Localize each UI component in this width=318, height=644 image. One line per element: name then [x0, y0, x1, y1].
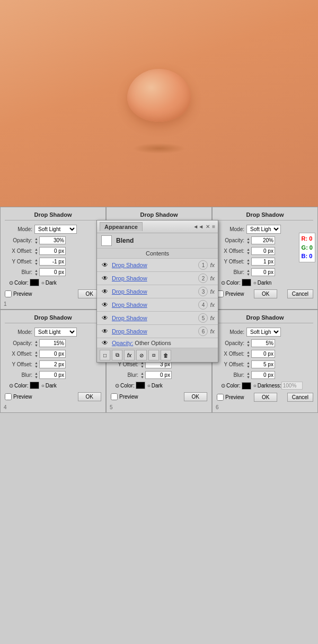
- y-offset-label-1: Y Offset:: [5, 259, 32, 264]
- color-radio-3[interactable]: ⊙: [221, 280, 225, 286]
- drop-shadow-link-4[interactable]: Drop Shadow: [112, 302, 196, 308]
- color-radio-6[interactable]: ⊙: [221, 383, 225, 389]
- opacity-input-6[interactable]: [251, 339, 275, 347]
- blur-input-6[interactable]: [251, 371, 275, 379]
- color-radio-5[interactable]: ⊙: [115, 383, 119, 389]
- blur-input-1[interactable]: [39, 268, 66, 276]
- badge-5: 5: [198, 313, 208, 323]
- color-swatch-5[interactable]: [136, 382, 145, 389]
- color-radio-1[interactable]: ⊙: [9, 280, 13, 286]
- rgb-display: R: 0 G: 0 B: 0: [299, 233, 315, 262]
- opacity-label-1: Opacity:: [5, 237, 32, 243]
- preview-checkbox-1[interactable]: [5, 290, 12, 297]
- duplicate-btn[interactable]: ⧉: [112, 350, 122, 360]
- blur-input-5[interactable]: [145, 371, 172, 379]
- visibility-icon-1[interactable]: 👁: [100, 262, 110, 268]
- ok-button-5[interactable]: OK: [184, 392, 207, 401]
- x-offset-input-3[interactable]: [251, 247, 275, 255]
- no-icon[interactable]: ⊘: [136, 350, 147, 360]
- panel-menu-icon[interactable]: ≡: [212, 224, 215, 230]
- color-swatch-6[interactable]: [242, 382, 251, 390]
- canvas-area: [0, 0, 318, 207]
- drop-shadow-link-5[interactable]: Drop Shadow: [112, 315, 196, 321]
- blur-label-1: Blur:: [5, 269, 32, 275]
- visibility-icon-3[interactable]: 👁: [100, 288, 110, 295]
- mode-select-1[interactable]: Soft Light: [34, 225, 77, 234]
- opacity-input-3[interactable]: [251, 236, 275, 244]
- drop-shadow-row-2: 👁 Drop Shadow 2 fx: [97, 272, 218, 285]
- preview-checkbox-5[interactable]: [111, 393, 118, 400]
- opacity-input-1[interactable]: [39, 236, 66, 244]
- delete-btn[interactable]: 🗑: [161, 350, 171, 360]
- x-offset-input-6[interactable]: [251, 350, 275, 358]
- fx-label-2: fx: [210, 275, 215, 281]
- appearance-tab[interactable]: Appearance: [100, 222, 143, 231]
- drop-shadow-row-6: 👁 Drop Shadow 6 fx: [97, 325, 218, 338]
- color-radio-4[interactable]: ⊙: [9, 383, 13, 389]
- ok-button-6[interactable]: OK: [254, 393, 277, 402]
- blur-label-5: Blur:: [111, 372, 138, 378]
- visibility-icon-2[interactable]: 👁: [100, 275, 110, 281]
- dialog-title-2: Drop Shadow: [111, 211, 207, 220]
- preview-checkbox-6[interactable]: [217, 394, 224, 401]
- badge-1: 1: [198, 260, 208, 270]
- dark-radio-5[interactable]: ○: [147, 383, 151, 389]
- appearance-panel: Appearance ◄◄ ✕ ≡ Blend Contents 👁 Drop …: [96, 220, 218, 363]
- y-offset-input-6[interactable]: [251, 360, 275, 368]
- ok-button-4[interactable]: OK: [78, 392, 101, 401]
- opacity-label-6: Opacity:: [217, 340, 244, 346]
- blur-input-4[interactable]: [39, 371, 66, 379]
- visibility-icon-6[interactable]: 👁: [100, 328, 110, 334]
- drop-shadow-row-5: 👁 Drop Shadow 5 fx: [97, 312, 218, 325]
- panel-close-icon[interactable]: ✕: [206, 224, 210, 230]
- egg-shape: [127, 69, 191, 122]
- fx-label-6: fx: [210, 328, 215, 334]
- opacity-input-4[interactable]: [39, 339, 66, 347]
- dark-radio-1[interactable]: ○: [41, 280, 45, 286]
- x-offset-label-4: X Offset:: [5, 351, 32, 357]
- drop-shadow-link-6[interactable]: Drop Shadow: [112, 328, 196, 334]
- color-row-1: ⊙ Color: ○ Dark: [5, 279, 101, 286]
- fx-label-5: fx: [210, 315, 215, 321]
- drop-shadow-dialog-4: Drop Shadow Mode: Soft Light Opacity: ▲▼…: [0, 310, 106, 413]
- blend-color-swatch[interactable]: [101, 235, 112, 246]
- color-swatch-3[interactable]: [242, 279, 251, 286]
- color-swatch-1[interactable]: [30, 279, 39, 286]
- number-badge-5: 5: [110, 404, 113, 410]
- r-value: R: 0: [302, 234, 313, 243]
- y-offset-input-4[interactable]: [39, 360, 66, 368]
- y-offset-label-4: Y Offset:: [5, 361, 32, 367]
- copy-btn[interactable]: ⧈: [148, 350, 159, 360]
- x-offset-input-4[interactable]: [39, 350, 66, 358]
- darkness-input-6[interactable]: [281, 382, 303, 390]
- mode-select-3[interactable]: Soft Light: [246, 225, 281, 234]
- cancel-button-6[interactable]: Cancel: [287, 393, 313, 402]
- y-offset-input-3[interactable]: [251, 258, 275, 266]
- drop-shadow-dialog-6: Drop Shadow Mode: Soft Light Opacity: ▲▼…: [212, 310, 318, 413]
- new-layer-btn[interactable]: □: [100, 350, 110, 360]
- mode-select-6[interactable]: Soft Light: [246, 328, 281, 337]
- drop-shadow-link-3[interactable]: Drop Shadow: [112, 288, 196, 295]
- drop-shadow-link-1[interactable]: Drop Shadow: [112, 262, 196, 268]
- drop-shadow-link-2[interactable]: Drop Shadow: [112, 275, 196, 281]
- dark-radio-6[interactable]: ○: [253, 383, 257, 389]
- blur-input-3[interactable]: [251, 268, 275, 276]
- fx-btn[interactable]: fx: [124, 350, 135, 360]
- dark-radio-3[interactable]: ○: [253, 280, 257, 286]
- visibility-icon-opacity[interactable]: 👁: [100, 340, 110, 346]
- ok-button-3[interactable]: OK: [254, 289, 277, 298]
- visibility-icon-5[interactable]: 👁: [100, 315, 110, 321]
- cancel-button-3[interactable]: Cancel: [287, 289, 313, 298]
- badge-3: 3: [198, 287, 208, 296]
- color-swatch-4[interactable]: [30, 382, 39, 389]
- dark-radio-4[interactable]: ○: [41, 383, 45, 389]
- mode-select-4[interactable]: Soft Light: [34, 328, 77, 337]
- visibility-icon-4[interactable]: 👁: [100, 302, 110, 308]
- y-offset-input-1[interactable]: [39, 258, 66, 266]
- number-badge-4: 4: [4, 404, 7, 410]
- opacity-link[interactable]: Opacity:: [112, 340, 133, 346]
- fx-label-3: fx: [210, 288, 215, 295]
- preview-checkbox-4[interactable]: [5, 393, 12, 400]
- x-offset-input-1[interactable]: [39, 247, 66, 255]
- panel-collapse-icon[interactable]: ◄◄: [193, 224, 204, 230]
